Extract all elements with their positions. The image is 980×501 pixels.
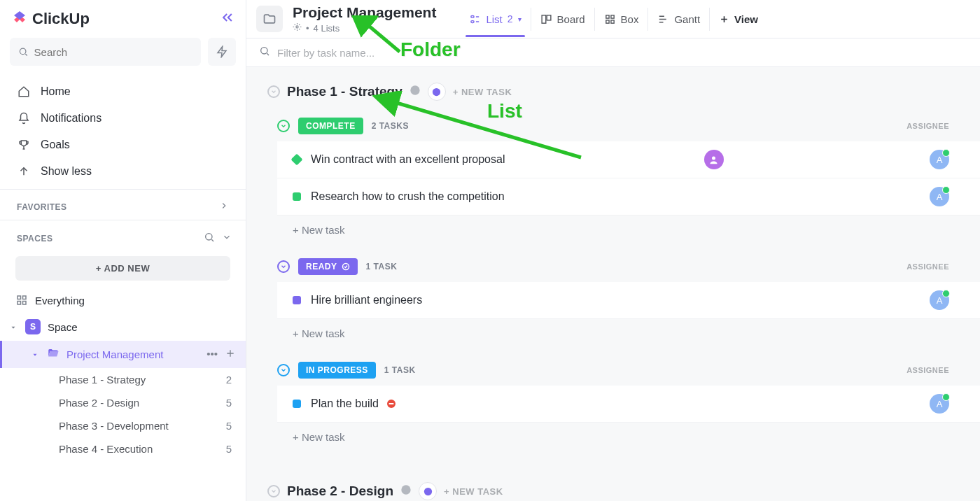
info-icon[interactable]	[410, 85, 421, 99]
status-toggle-icon[interactable]	[277, 260, 290, 273]
brand-name: ClickUp	[32, 10, 90, 28]
task-status-dot[interactable]	[293, 296, 301, 304]
person-icon[interactable]	[704, 150, 724, 169]
task-status-dot[interactable]	[293, 192, 301, 201]
svg-point-16	[410, 85, 419, 94]
sidebar-list-item[interactable]: Phase 4 - Execution5	[0, 437, 246, 460]
svg-rect-2	[18, 296, 21, 299]
svg-point-0	[20, 48, 25, 54]
collapse-circle-icon[interactable]	[267, 85, 280, 98]
task-status-dot[interactable]	[291, 154, 303, 166]
dropdown-caret-icon: ▾	[518, 15, 522, 23]
nav-home[interactable]: Home	[0, 78, 246, 105]
svg-rect-12	[610, 15, 613, 17]
spaces-search-icon[interactable]	[204, 232, 215, 245]
caret-down-icon	[31, 348, 40, 360]
app-logo[interactable]: ClickUp	[11, 8, 90, 29]
svg-rect-8	[471, 20, 474, 22]
quick-action-button[interactable]	[208, 38, 236, 66]
assignee-avatar[interactable]: A	[930, 290, 949, 310]
arrow-up-icon	[17, 165, 31, 178]
breadcrumb-folder-icon	[256, 6, 283, 32]
svg-rect-3	[23, 296, 27, 299]
collapse-circle-icon[interactable]	[267, 485, 280, 498]
status-pill[interactable]: IN PROGRESS	[298, 362, 376, 379]
svg-rect-11	[606, 15, 608, 17]
settings-gear-icon[interactable]	[293, 22, 302, 34]
svg-rect-7	[471, 15, 474, 17]
nav-notifications[interactable]: Notifications	[0, 105, 246, 132]
sidebar-list-item[interactable]: Phase 3 - Development5	[0, 414, 246, 437]
view-board[interactable]: Board	[531, 8, 594, 31]
view-gantt[interactable]: Gantt	[648, 8, 709, 31]
plus-icon	[719, 14, 729, 24]
new-task-button[interactable]: + NEW TASK	[444, 486, 503, 497]
automation-icon[interactable]	[419, 482, 437, 500]
svg-rect-10	[547, 15, 551, 20]
svg-point-6	[296, 26, 298, 28]
task-row[interactable]: Research how to crush the competition A	[277, 178, 980, 216]
automation-icon[interactable]	[428, 83, 446, 101]
assignee-avatar[interactable]: A	[930, 394, 949, 414]
assignee-avatar[interactable]: A	[930, 187, 949, 206]
favorites-section[interactable]: FAVORITES	[0, 190, 246, 220]
svg-point-17	[433, 87, 440, 95]
blocked-icon	[386, 398, 397, 409]
new-task-inline[interactable]: + New task	[277, 216, 980, 244]
assignee-avatar[interactable]: A	[930, 150, 949, 169]
new-task-inline[interactable]: + New task	[277, 423, 980, 451]
home-icon	[17, 85, 31, 98]
task-name: Research how to crush the competition	[311, 190, 505, 203]
chevron-down-icon[interactable]	[222, 232, 232, 244]
everything-item[interactable]: Everything	[0, 288, 246, 313]
task-row[interactable]: Hire brilliant engineers A	[277, 282, 980, 319]
trophy-icon	[17, 139, 31, 151]
add-view-button[interactable]: View	[709, 8, 767, 31]
new-task-button[interactable]: + NEW TASK	[453, 87, 512, 97]
bell-icon	[17, 112, 31, 125]
assignee-column-header: ASSIGNEE	[906, 262, 949, 271]
nav-showless[interactable]: Show less	[0, 158, 246, 185]
view-list[interactable]: List 2 ▾	[460, 8, 530, 31]
folder-project-management[interactable]: Project Management •••	[0, 341, 246, 368]
space-badge: S	[25, 319, 41, 334]
task-row[interactable]: Plan the build A	[277, 386, 980, 423]
task-count: 1 TASK	[366, 262, 398, 271]
space-row[interactable]: S Space	[0, 313, 246, 341]
task-count: 2 TASKS	[372, 121, 409, 131]
nav-goals[interactable]: Goals	[0, 132, 246, 158]
svg-point-18	[712, 156, 715, 160]
assignee-column-header: ASSIGNEE	[906, 122, 949, 130]
view-box[interactable]: Box	[594, 8, 648, 31]
sidebar-list-item[interactable]: Phase 1 - Strategy2	[0, 368, 246, 391]
folder-add-icon[interactable]	[225, 348, 236, 361]
lists-count: 4 Lists	[314, 23, 340, 34]
folder-more-icon[interactable]: •••	[206, 348, 218, 361]
sidebar-list-item[interactable]: Phase 2 - Design5	[0, 391, 246, 414]
task-row[interactable]: Win contract with an excellent proposal …	[277, 141, 980, 178]
gantt-icon	[657, 13, 669, 25]
spaces-label: SPACES	[17, 234, 52, 244]
task-name: Plan the build	[311, 397, 379, 410]
task-name: Win contract with an excellent proposal	[311, 153, 505, 166]
status-toggle-icon[interactable]	[277, 364, 290, 376]
new-task-inline[interactable]: + New task	[277, 319, 980, 348]
task-count: 1 TASK	[384, 365, 416, 375]
svg-rect-5	[23, 302, 27, 305]
task-status-dot[interactable]	[293, 400, 301, 408]
grid-icon	[15, 294, 28, 306]
board-icon	[540, 13, 552, 25]
info-icon[interactable]	[400, 484, 412, 498]
filter-input[interactable]	[277, 47, 967, 59]
lightning-icon	[216, 45, 228, 58]
status-pill[interactable]: READY	[298, 258, 358, 275]
status-pill[interactable]: COMPLETE	[298, 118, 363, 134]
collapse-sidebar-icon[interactable]	[220, 10, 234, 27]
svg-point-22	[401, 485, 410, 494]
svg-point-15	[261, 48, 267, 54]
search-input-wrap[interactable]	[10, 38, 201, 66]
search-input[interactable]	[34, 46, 192, 58]
status-toggle-icon[interactable]	[277, 120, 290, 132]
svg-rect-14	[610, 20, 613, 22]
add-new-space-button[interactable]: + ADD NEW	[15, 256, 230, 281]
